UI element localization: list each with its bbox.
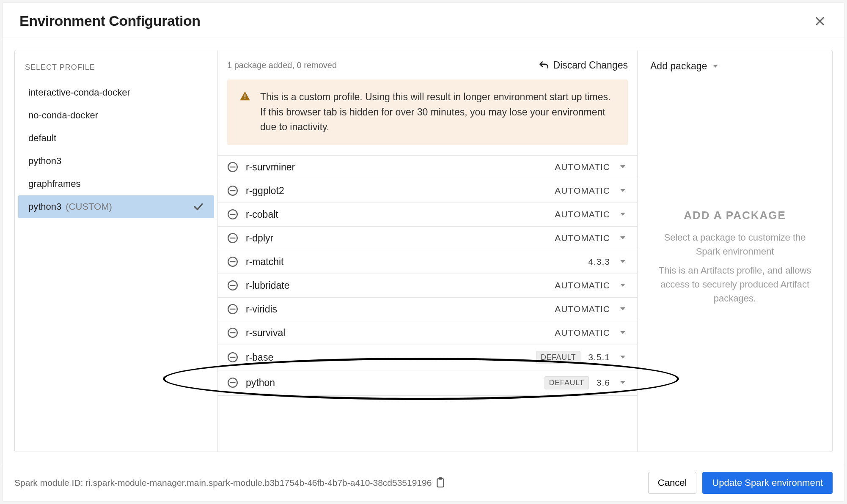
profile-item-interactive-conda-docker[interactable]: interactive-conda-docker — [18, 81, 214, 104]
package-version: AUTOMATIC — [555, 209, 610, 219]
custom-profile-warning: This is a custom profile. Using this wil… — [227, 79, 628, 145]
profile-section-title: SELECT PROFILE — [15, 59, 217, 81]
dialog-body: SELECT PROFILE interactive-conda-dockern… — [14, 50, 833, 452]
env-config-dialog: Environment Configuration SELECT PROFILE… — [3, 3, 844, 501]
package-version: 4.3.3 — [588, 257, 610, 267]
package-row-r-matchit: r-matchit4.3.3 — [218, 250, 637, 274]
close-button[interactable] — [812, 14, 828, 29]
caret-down-icon — [712, 64, 719, 69]
profile-name: default — [28, 133, 56, 144]
package-row-r-ggplot2: r-ggplot2AUTOMATIC — [218, 179, 637, 203]
remove-package-icon[interactable] — [227, 256, 238, 267]
package-panel-header: 1 package added, 0 removed Discard Chang… — [218, 59, 637, 78]
profile-name: interactive-conda-docker — [28, 87, 130, 98]
close-icon — [815, 16, 825, 26]
version-caret-down-icon[interactable] — [618, 234, 628, 242]
update-button[interactable]: Update Spark environment — [702, 472, 833, 494]
package-row-r-cobalt: r-cobaltAUTOMATIC — [218, 203, 637, 227]
dialog-body-wrap: SELECT PROFILE interactive-conda-dockern… — [3, 38, 844, 464]
profile-item-no-conda-docker[interactable]: no-conda-docker — [18, 104, 214, 127]
version-caret-down-icon[interactable] — [618, 210, 628, 219]
add-package-button[interactable]: Add package — [649, 59, 820, 74]
package-row-python: pythonDEFAULT3.6 — [218, 370, 637, 396]
remove-package-icon[interactable] — [227, 327, 238, 338]
package-name: r-lubridate — [246, 280, 547, 291]
default-badge: DEFAULT — [544, 376, 589, 389]
version-caret-down-icon[interactable] — [618, 186, 628, 195]
profile-name: graphframes — [28, 178, 81, 189]
profile-item-python3[interactable]: python3 — [18, 150, 214, 173]
version-caret-down-icon[interactable] — [618, 163, 628, 171]
profile-item-python3-custom[interactable]: python3(CUSTOM) — [18, 195, 214, 218]
package-name: r-survival — [246, 327, 547, 339]
add-package-label: Add package — [650, 60, 707, 72]
package-name: python — [246, 377, 537, 389]
remove-package-icon[interactable] — [227, 233, 238, 244]
remove-package-icon[interactable] — [227, 352, 238, 363]
package-row-r-dplyr: r-dplyrAUTOMATIC — [218, 227, 637, 250]
package-row-r-base: r-baseDEFAULT3.5.1 — [218, 345, 637, 370]
change-summary: 1 package added, 0 removed — [227, 60, 337, 70]
svg-rect-0 — [245, 94, 245, 97]
package-version: 3.5.1 — [588, 352, 610, 362]
svg-rect-1 — [245, 99, 245, 99]
package-list: r-survminerAUTOMATICr-ggplot2AUTOMATICr-… — [218, 155, 637, 396]
package-name: r-survminer — [246, 162, 547, 173]
remove-package-icon[interactable] — [227, 209, 238, 220]
package-name: r-cobalt — [246, 209, 547, 220]
version-caret-down-icon[interactable] — [618, 305, 628, 313]
module-id: Spark module ID: ri.spark-module-manager… — [14, 477, 642, 488]
remove-package-icon[interactable] — [227, 377, 238, 388]
discard-changes-button[interactable]: Discard Changes — [538, 60, 628, 71]
empty-state-line2: This is an Artifacts profile, and allows… — [657, 263, 813, 305]
undo-icon — [538, 60, 549, 71]
remove-package-icon[interactable] — [227, 304, 238, 315]
clipboard-icon[interactable] — [436, 477, 445, 488]
empty-state-line1: Select a package to customize the Spark … — [657, 230, 813, 258]
custom-tag: (CUSTOM) — [66, 201, 112, 212]
profile-list: interactive-conda-dockerno-conda-dockerd… — [15, 81, 217, 218]
add-package-panel: Add package ADD A PACKAGE Select a packa… — [638, 50, 832, 452]
remove-package-icon[interactable] — [227, 280, 238, 291]
package-panel: 1 package added, 0 removed Discard Chang… — [218, 50, 638, 452]
cancel-button[interactable]: Cancel — [648, 472, 696, 494]
package-row-r-survival: r-survivalAUTOMATIC — [218, 321, 637, 345]
empty-state-title: ADD A PACKAGE — [657, 209, 813, 222]
profile-name: python3 — [28, 201, 61, 212]
package-name: r-viridis — [246, 304, 547, 315]
check-icon — [193, 201, 204, 212]
package-name: r-matchit — [246, 256, 580, 268]
discard-changes-label: Discard Changes — [553, 60, 628, 71]
package-version: AUTOMATIC — [555, 162, 610, 172]
warning-icon — [239, 90, 251, 102]
version-caret-down-icon[interactable] — [618, 378, 628, 387]
dialog-title: Environment Configuration — [19, 13, 201, 29]
version-caret-down-icon[interactable] — [618, 353, 628, 362]
dialog-header: Environment Configuration — [3, 3, 844, 38]
module-id-text: Spark module ID: ri.spark-module-manager… — [14, 478, 432, 488]
svg-rect-23 — [439, 477, 443, 479]
warning-text: This is a custom profile. Using this wil… — [260, 90, 616, 135]
package-name: r-ggplot2 — [246, 185, 547, 197]
package-row-r-viridis: r-viridisAUTOMATIC — [218, 298, 637, 321]
package-name: r-dplyr — [246, 233, 547, 244]
profile-name: python3 — [28, 156, 61, 167]
remove-package-icon[interactable] — [227, 185, 238, 196]
version-caret-down-icon[interactable] — [618, 329, 628, 337]
package-version: AUTOMATIC — [555, 233, 610, 243]
default-badge: DEFAULT — [536, 351, 580, 364]
package-version: AUTOMATIC — [555, 304, 610, 314]
package-row-r-survminer: r-survminerAUTOMATIC — [218, 156, 637, 179]
profile-item-default[interactable]: default — [18, 127, 214, 150]
profile-item-graphframes[interactable]: graphframes — [18, 173, 214, 195]
remove-package-icon[interactable] — [227, 162, 238, 173]
version-caret-down-icon[interactable] — [618, 257, 628, 266]
package-version: AUTOMATIC — [555, 280, 610, 290]
package-version: 3.6 — [597, 378, 610, 388]
svg-rect-22 — [437, 479, 444, 487]
dialog-footer: Spark module ID: ri.spark-module-manager… — [3, 464, 844, 501]
add-package-empty-state: ADD A PACKAGE Select a package to custom… — [649, 209, 820, 305]
package-row-r-lubridate: r-lubridateAUTOMATIC — [218, 274, 637, 298]
version-caret-down-icon[interactable] — [618, 281, 628, 290]
profile-name: no-conda-docker — [28, 110, 98, 121]
